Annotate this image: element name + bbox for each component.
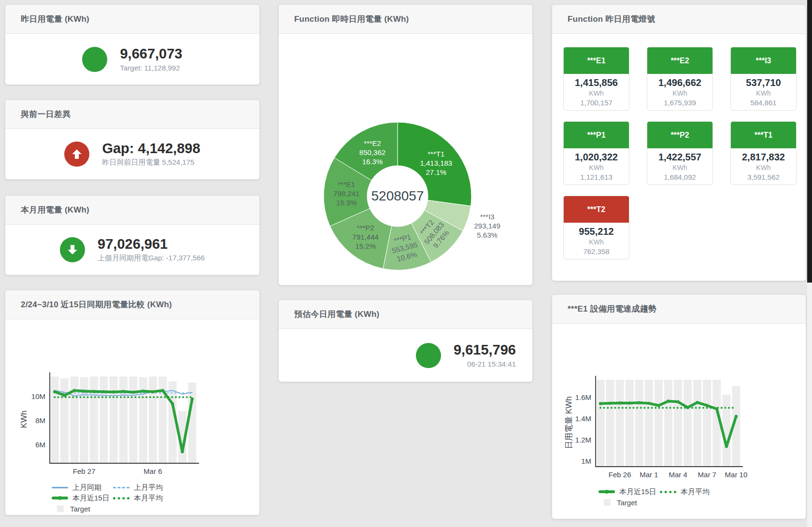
- target-bar: [645, 380, 653, 467]
- trend-legend: 本月近15日 本月平均 Target: [552, 486, 806, 508]
- series-marker: [112, 390, 115, 393]
- panel-header[interactable]: 昨日用電量 (KWh): [5, 5, 259, 34]
- tile-value: 1,415,856: [564, 77, 629, 88]
- tile-header: ***T1: [731, 122, 796, 148]
- trend-line-chart[interactable]: 1M1.2M1.4M1.6MFeb 26Mar 1Mar 4Mar 7Mar 1…: [552, 370, 806, 484]
- series-marker: [102, 390, 105, 393]
- series-marker: [676, 400, 679, 403]
- tile-label: ***I3: [755, 57, 771, 65]
- tile-label: ***T2: [587, 205, 605, 214]
- panel-header[interactable]: 本月用電量 (KWh): [5, 196, 259, 225]
- legend-item-target[interactable]: Target: [52, 505, 113, 513]
- panel-realtime-donut: Function 即時日用電量 (KWh) ***T11,413,18327.1…: [278, 4, 533, 285]
- y-tick-label: 8M: [35, 416, 45, 425]
- series-marker: [142, 389, 144, 392]
- series-marker: [161, 389, 164, 392]
- tile-label: ***P2: [670, 131, 689, 140]
- legend-label: Target: [70, 505, 90, 513]
- legend-item-this-month-15d[interactable]: 本月近15日: [598, 487, 660, 497]
- target-bar: [616, 380, 624, 467]
- stat-timestamp: 06-21 15:34:41: [454, 360, 516, 368]
- target-bar: [664, 380, 672, 467]
- x-tick-label: Mar 4: [669, 470, 687, 479]
- panel-title: 預估今日用電量 (KWh): [294, 309, 379, 320]
- green-dotted-line-swatch-icon: [660, 491, 676, 493]
- series-marker: [151, 390, 154, 393]
- x-tick-label: Feb 26: [609, 470, 631, 479]
- legend-item-this-month-15d[interactable]: 本月近15日: [52, 494, 113, 503]
- tile-header: ***T2: [564, 196, 629, 223]
- arrow-up-icon: [64, 142, 89, 167]
- y-axis-label: KWh: [19, 411, 28, 428]
- target-bar-swatch-icon: [57, 505, 64, 512]
- target-bar: [119, 377, 128, 463]
- green-dotted-line-swatch-icon: [113, 497, 129, 499]
- y-axis-label: 日用電量 KWh: [564, 396, 573, 449]
- target-bar: [635, 380, 643, 467]
- tile-unit: KWh: [564, 238, 629, 246]
- x-tick-label: Feb 27: [73, 467, 96, 475]
- series-marker: [696, 401, 699, 404]
- tile-target: 3,591,562: [731, 173, 796, 181]
- series-marker: [638, 401, 641, 404]
- panel-yesterday-usage: 昨日用電量 (KWh) 9,667,073 Target: 11,128,992: [5, 4, 260, 85]
- series-marker: [657, 404, 660, 407]
- panel-month-usage: 本月用電量 (KWh) 97,026,961 上個月同期用電Gap: -17,3…: [5, 195, 260, 275]
- legend-item-last-month-same[interactable]: 上月同期: [52, 483, 113, 492]
- tile-header: ***I3: [731, 47, 796, 74]
- tile-unit: KWh: [731, 164, 796, 171]
- panel-header[interactable]: Function 即時日用電量 (KWh): [279, 5, 532, 34]
- status-tile: ***E2 1,496,662 KWh 1,675,939: [647, 47, 713, 111]
- panel-title: 與前一日差異: [21, 109, 71, 120]
- status-tile: ***P1 1,020,322 KWh 1,121,613: [563, 121, 629, 185]
- scrollbar[interactable]: [807, 0, 812, 527]
- panel-title: Function 即時日用電量 (KWh): [294, 14, 409, 25]
- tile-unit: KWh: [647, 164, 712, 171]
- series-marker: [618, 401, 621, 404]
- green-thick-line-swatch-icon: [598, 490, 615, 493]
- legend-item-this-month-avg[interactable]: 本月平均: [113, 494, 174, 503]
- status-tile: ***I3 537,710 KWh 584,861: [730, 47, 797, 111]
- tile-value: 1,020,322: [564, 152, 629, 163]
- tile-label: ***E2: [670, 57, 689, 65]
- series-marker: [92, 390, 95, 393]
- legend-item-this-month-avg[interactable]: 本月平均: [660, 487, 721, 497]
- scrollbar-thumb[interactable]: [807, 0, 812, 283]
- target-bar: [110, 377, 118, 463]
- tile-value: 2,817,832: [731, 152, 796, 163]
- target-bar: [684, 380, 692, 467]
- donut-chart[interactable]: ***T11,413,18327.1%***I3293,1495.63%***T…: [279, 34, 532, 285]
- target-bar: [100, 377, 108, 463]
- compare-line-chart[interactable]: 6M8M10MFeb 27Mar 6KWh: [5, 366, 259, 480]
- blue-line-swatch-icon: [52, 487, 68, 488]
- target-bar: [51, 377, 59, 463]
- x-tick-label: Mar 6: [143, 467, 162, 475]
- legend-label: 本月平均: [134, 494, 163, 503]
- y-tick-label: 10M: [31, 392, 45, 400]
- status-tile: ***P2 1,422,557 KWh 1,684,092: [647, 121, 713, 185]
- panel-header[interactable]: 與前一日差異: [5, 100, 259, 129]
- panel-title: 昨日用電量 (KWh): [21, 14, 89, 25]
- tile-header: ***E1: [564, 47, 629, 74]
- panel-header[interactable]: Function 昨日用電燈號: [552, 5, 806, 34]
- tile-target: 1,121,613: [564, 173, 629, 181]
- stat-value: 9,615,796: [454, 342, 516, 358]
- series-marker: [83, 389, 85, 392]
- legend-item-last-month-avg[interactable]: 上月平均: [113, 483, 174, 492]
- series-marker: [599, 402, 602, 405]
- tile-header: ***E2: [647, 47, 712, 74]
- panel-title: ***E1 設備用電達成趨勢: [568, 303, 656, 314]
- x-tick-label: Mar 10: [725, 470, 748, 479]
- donut-slice-label: ***I3293,1495.63%: [474, 213, 500, 239]
- series-marker: [735, 415, 738, 418]
- panel-header[interactable]: ***E1 設備用電達成趨勢: [552, 295, 806, 324]
- legend-label: Target: [617, 499, 637, 507]
- tile-unit: KWh: [564, 164, 629, 171]
- panel-header[interactable]: 2/24~3/10 近15日同期用電量比較 (KWh): [5, 290, 259, 319]
- panel-header[interactable]: 預估今日用電量 (KWh): [279, 300, 532, 329]
- stat-value: Gap: 4,142,898: [102, 141, 200, 157]
- target-bar: [90, 377, 98, 463]
- panel-title: Function 昨日用電燈號: [568, 14, 655, 25]
- legend-item-target[interactable]: Target: [598, 499, 660, 507]
- x-tick-label: Mar 7: [698, 470, 716, 479]
